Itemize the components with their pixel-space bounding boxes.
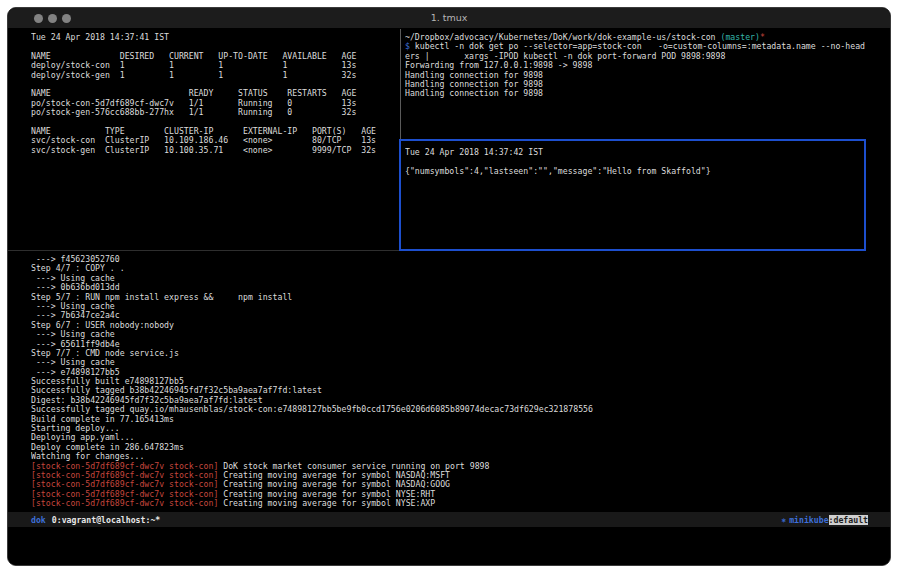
terminal-line: Tue 24 Apr 2018 14:37:42 IST [405, 148, 860, 157]
tmux-session-name[interactable]: dok [31, 515, 46, 525]
pane-divider-vertical[interactable] [400, 29, 401, 141]
terminal-line: po/stock-gen-576cc688bb-277hx 1/1 Runnin… [31, 108, 401, 117]
terminal-line: Step 7/7 : CMD node service.js [31, 349, 867, 358]
kube-namespace-label: :default [829, 515, 868, 525]
terminal-screen: Tue 24 Apr 2018 14:37:41 ISTNAME DESIRED… [8, 29, 890, 565]
terminal-line: Step 4/7 : COPY . . [31, 264, 867, 273]
window-title: 1. tmux [8, 12, 890, 23]
pane-kubectl-watch[interactable]: Tue 24 Apr 2018 14:37:41 ISTNAME DESIRED… [31, 33, 401, 249]
terminal-window: 1. tmux Tue 24 Apr 2018 14:37:41 ISTNAME… [7, 7, 891, 566]
terminal-line: ---> f45623052760 [31, 255, 867, 264]
pane-divider-horizontal[interactable] [8, 250, 399, 251]
kube-context-label: minikube [789, 515, 828, 525]
terminal-line: Build complete in 77.165413ms [31, 415, 867, 424]
kubernetes-helm-icon: ⎈ [781, 515, 786, 525]
terminal-line: ---> Using cache [31, 302, 867, 311]
terminal-line: deploy/stock-gen 1 1 1 1 32s [31, 71, 401, 80]
status-left: dok 0:vagrant@localhost:~* [31, 515, 160, 525]
terminal-line: Deploy complete in 286.647823ms [31, 443, 867, 452]
terminal-line: Step 6/7 : USER nobody:nobody [31, 321, 867, 330]
terminal-line: ---> Using cache [31, 330, 867, 339]
kube-status: ⎈ minikube :default [781, 515, 868, 525]
pane-service-response[interactable]: Tue 24 Apr 2018 14:37:42 IST{"numsymbols… [405, 148, 860, 246]
terminal-line: svc/stock-gen ClusterIP 10.100.35.71 <no… [31, 146, 401, 155]
terminal-line: {"numsymbols":4,"lastseen":"","message":… [405, 167, 860, 176]
terminal-line: Starting deploy... [31, 424, 867, 433]
tmux-window-item[interactable]: 0:vagrant@localhost:~* [52, 515, 160, 525]
terminal-line: ---> Using cache [31, 358, 867, 367]
pane-skaffold-build-log[interactable]: ---> f45623052760Step 4/7 : COPY . . ---… [31, 255, 867, 509]
terminal-line: [stock-con-5d7df689cf-dwc7v stock-con] C… [31, 499, 867, 508]
pane-port-forward[interactable]: ~/Dropbox/advocacy/Kubernetes/DoK/work/d… [405, 33, 865, 139]
terminal-line: Handling connection for 9898 [405, 89, 865, 98]
tmux-status-bar: dok 0:vagrant@localhost:~* ⎈ minikube :d… [8, 512, 890, 527]
window-titlebar[interactable]: 1. tmux [8, 8, 890, 29]
terminal-line: ---> Using cache [31, 274, 867, 283]
terminal-line: Step 5/7 : RUN npm install express && np… [31, 293, 867, 302]
terminal-line: Tue 24 Apr 2018 14:37:41 IST [31, 33, 401, 42]
page: { "window": { "title": "1. tmux" }, "col… [0, 0, 900, 574]
